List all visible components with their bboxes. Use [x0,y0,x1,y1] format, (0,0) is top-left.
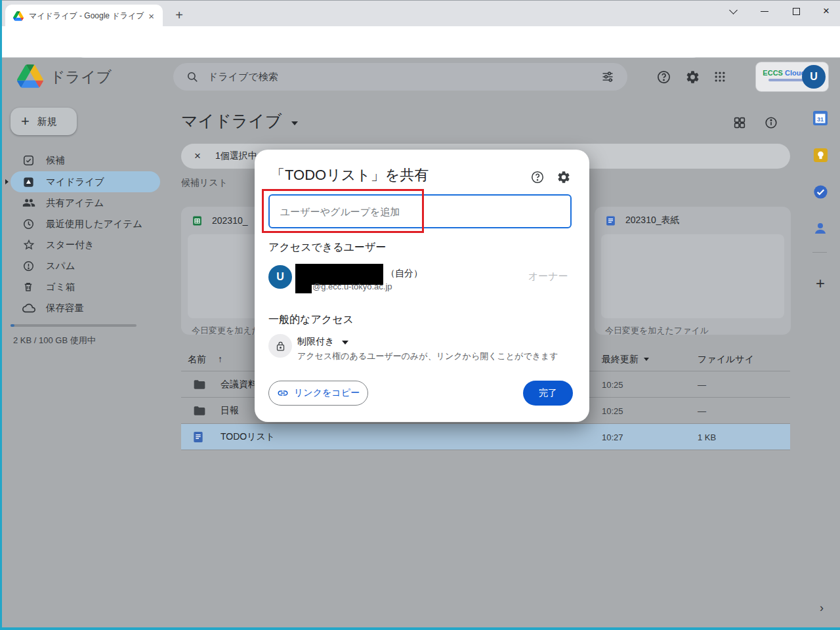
annotation-red-box [262,189,424,233]
selection-count: 1個選択中 [215,150,257,162]
drive-favicon-icon [13,11,24,21]
storage-progress-fill [10,324,14,327]
sidebar-item-shared[interactable]: 共有アイテム [8,192,163,213]
file-name: 日報 [220,405,239,417]
clock-icon [22,218,35,230]
column-size[interactable]: ファイルサイ [698,354,754,366]
tab-close-icon[interactable]: × [146,10,156,22]
screenshot-border-bottom [0,627,840,630]
sidebar-item-suggested[interactable]: 候補 [8,150,163,171]
modified-time: 10:27 [602,432,623,442]
link-icon [277,387,289,399]
tab-title: マイドライブ - Google ドライブ [29,10,146,22]
docs-file-icon [605,215,616,226]
owner-email-domain: @g.ecc.u-tokyo.ac.jp [312,282,392,291]
sidebar-item-spam[interactable]: スパム [8,255,163,276]
help-icon[interactable] [654,68,673,86]
people-with-access-heading: アクセスできるユーザー [268,241,386,255]
file-size: — [698,379,706,389]
shared-people-icon [22,196,35,209]
search-options-tune-icon[interactable] [601,70,614,83]
dialog-help-icon[interactable] [529,169,546,186]
sidebar-item-label: 共有アイテム [46,197,104,209]
approval-check-icon [22,154,35,167]
docs-file-icon [193,431,203,443]
sidebar-item-label: 保存容量 [46,302,84,314]
sheets-file-icon [192,215,203,226]
sidebar-item-trash[interactable]: ゴミ箱 [8,276,163,297]
sidebar-item-label: スター付き [46,239,94,251]
modified-time: 10:25 [602,406,623,415]
star-icon [22,238,35,251]
window-close-button[interactable]: × [815,1,837,22]
spam-icon [22,260,35,272]
file-size: 1 KB [698,432,716,442]
dialog-settings-gear-icon[interactable] [555,169,572,186]
file-row-todo-list-selected[interactable]: TODOリスト 10:27 1 KB [181,424,790,450]
copy-link-button[interactable]: リンクをコピー [268,381,368,406]
title-caret-icon [291,121,298,125]
clear-selection-icon[interactable]: × [194,150,201,163]
drive-logo-icon [17,64,43,88]
share-dialog-title: 「TODOリスト」を共有 [270,165,429,185]
sidebar-item-my-drive[interactable]: マイドライブ [10,171,160,192]
restricted-dropdown[interactable]: 制限付き [297,336,348,348]
file-name: 会議資料 [220,379,257,390]
card-thumbnail [601,234,784,318]
browser-tab[interactable]: マイドライブ - Google ドライブ × [5,5,163,27]
info-icon[interactable] [764,116,778,130]
window-maximize-button[interactable] [785,1,807,22]
owner-avatar: U [268,265,292,289]
trash-icon [22,281,35,293]
browser-toolbar: ← → drive.google.com/drive/my-drive ☆ U [0,26,840,58]
new-button-label: 新規 [37,116,57,128]
expander-arrow-icon[interactable] [5,179,9,184]
tasks-icon[interactable] [811,182,830,201]
suggestions-label: 候補リスト [181,177,228,189]
browser-titlebar: マイドライブ - Google ドライブ × + × [0,0,840,26]
sidebar-item-label: ゴミ箱 [46,281,75,293]
settings-gear-icon[interactable] [683,68,702,86]
folder-icon [193,379,206,390]
restricted-description: アクセス権のあるユーザーのみが、リンクから開くことができます [297,350,558,362]
sidebar-item-label: マイドライブ [46,176,104,188]
window-chevron-icon[interactable] [722,1,744,22]
card-file-name: 202310_ [212,215,248,226]
cloud-storage-icon [22,303,35,314]
app-name: ドライブ [50,67,112,87]
owner-self-label: （自分） [386,268,423,280]
sidebar-item-recent[interactable]: 最近使用したアイテム [8,213,163,234]
plus-icon: + [21,113,30,130]
sort-descending-icon [644,358,649,361]
page-title[interactable]: マイドライブ [181,110,298,132]
column-name[interactable]: 名前 ↑ [188,354,222,366]
new-tab-button[interactable]: + [171,7,188,24]
keep-icon[interactable] [811,146,830,164]
sidebar-item-storage[interactable]: 保存容量 [8,297,163,318]
search-icon [186,71,199,83]
storage-usage-text: 2 KB / 100 GB 使用中 [13,335,96,346]
sidebar-item-label: 候補 [46,154,65,167]
dropdown-caret-icon [342,341,348,345]
sidebar-item-starred[interactable]: スター付き [8,234,163,255]
lock-icon [268,334,292,358]
calendar-icon[interactable]: 31 [811,109,830,127]
view-toggle-icon[interactable] [732,116,747,130]
sort-ascending-icon: ↑ [218,354,222,364]
storage-progress-bar [10,324,136,327]
new-button[interactable]: + 新規 [10,108,77,135]
expand-panel-chevron-icon[interactable]: › [814,600,830,616]
drive-search-bar[interactable]: ドライブで検索 [173,63,627,91]
svg-text:31: 31 [817,116,824,123]
account-avatar[interactable]: U [802,65,826,89]
window-minimize-button[interactable] [753,1,776,22]
contacts-icon[interactable] [811,219,830,238]
card-reason-text: 今日変更を加えたファイル [605,325,709,337]
sidebar-item-label: 最近使用したアイテム [46,218,142,230]
file-size: — [698,406,706,415]
file-card-doc[interactable]: 202310_表紙 今日変更を加えたファイル [595,207,791,335]
rail-add-plus-icon[interactable]: + [811,274,830,293]
google-apps-grid-icon[interactable] [711,68,729,86]
done-button[interactable]: 完了 [523,381,573,406]
column-modified[interactable]: 最終更新 [602,354,649,366]
